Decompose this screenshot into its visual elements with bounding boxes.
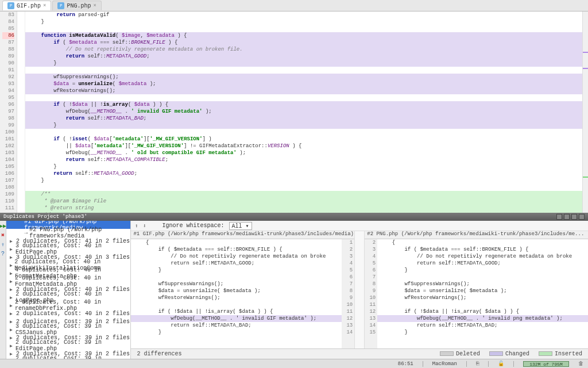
editor-scroll-marker-strip[interactable]: [582, 12, 588, 213]
panel-title: Duplicates Project 'phase3': [3, 214, 87, 220]
disclosure-triangle-icon[interactable]: ▶: [10, 279, 13, 284]
ignore-whitespace-label: Ignore whitespace:: [163, 223, 225, 229]
insert-mode-icon[interactable]: ⎘: [476, 361, 479, 367]
diff-legend: 2 differences Deleted Changed Inserted: [131, 348, 588, 359]
trash-icon[interactable]: 🗑: [578, 361, 583, 367]
diff-connector: [354, 231, 365, 348]
tab-label: PNG.php: [67, 3, 91, 9]
code-editor[interactable]: 8384858687888990919293949596979899100101…: [0, 12, 588, 213]
line-number-gutter[interactable]: 8384858687888990919293949596979899100101…: [0, 12, 17, 213]
export-icon[interactable]: ⇪: [0, 241, 6, 247]
legend-deleted-swatch: [440, 351, 454, 356]
diff-right-pane: #2 PNG.php (/Work/php frameworks/mediawi…: [365, 231, 588, 348]
disclosure-triangle-icon[interactable]: ▶: [10, 263, 13, 268]
memory-indicator[interactable]: 132M of 795M: [523, 361, 569, 367]
diff-right-header: #2 PNG.php (/Work/php frameworks/mediawi…: [365, 231, 588, 239]
disclosure-triangle-icon[interactable]: ▶: [10, 319, 14, 324]
panel-side-toolbar: ▶▶ ✖ ⇪ ?: [0, 221, 6, 359]
cancel-icon[interactable]: ✖: [0, 232, 6, 238]
lock-icon[interactable]: 🔓: [498, 361, 504, 367]
diff-right-code[interactable]: { if ( $metadata === self::BROKEN_FILE )…: [377, 239, 588, 348]
diff-left-pane: #1 GIF.php (/Work/php frameworks/mediawi…: [131, 231, 354, 348]
duplicate-group[interactable]: ▶2 duplicates, Cost: 39 in EditPage.php: [6, 342, 130, 350]
duplicate-group[interactable]: ▶2 duplicates, Cost: 40 in renameDbPrefi…: [6, 301, 130, 309]
tab-png-php[interactable]: P PNG.php ×: [52, 1, 101, 10]
help-icon[interactable]: ?: [0, 251, 6, 256]
disclosure-triangle-icon[interactable]: ▶: [10, 295, 14, 300]
file-encoding[interactable]: MacRoman: [432, 361, 457, 367]
disclosure-triangle-icon[interactable]: ▶: [10, 303, 13, 308]
tree-row-label: 2 duplicates, Cost: 40 in 2 files: [16, 310, 130, 317]
fold-column[interactable]: [17, 12, 25, 213]
disclosure-triangle-icon[interactable]: ▶: [10, 327, 14, 332]
diff-viewer: ⬆ ⬇ Ignore whitespace: All ▾ #1 GIF.php …: [131, 221, 588, 359]
disclosure-triangle-icon[interactable]: ▶: [10, 287, 14, 292]
close-icon[interactable]: ×: [93, 3, 96, 9]
disclosure-triangle-icon[interactable]: ▶: [10, 311, 14, 316]
editor-tab-bar: P GIF.php × P PNG.php ×: [0, 0, 588, 12]
duplicates-tree[interactable]: #1 GIF.php (/Work/php frameworks/mediaw …: [6, 221, 131, 359]
duplicates-panel-header: Duplicates Project 'phase3': [0, 213, 588, 221]
duplicate-group[interactable]: ▶2 duplicates, Cost: 40 in 2 files: [6, 309, 130, 317]
legend-changed-swatch: [489, 351, 503, 356]
disclosure-triangle-icon[interactable]: ▶: [10, 255, 14, 260]
duplicate-group[interactable]: ▶3 duplicates, Cost: 40 in EditPage.php: [6, 245, 130, 253]
status-bar: 86:51 MacRoman ⎘ 🔓 132M of 795M 🗑: [0, 359, 588, 368]
chevron-down-icon: ▾: [246, 223, 249, 229]
ignore-whitespace-select[interactable]: All ▾: [229, 222, 252, 230]
duplicate-group[interactable]: ▶2 duplicates, Cost: 39 in Profiler.php: [6, 358, 130, 359]
next-diff-icon[interactable]: ⬇: [143, 223, 146, 229]
diff-toolbar: ⬆ ⬇ Ignore whitespace: All ▾: [131, 221, 588, 231]
php-file-icon: P: [57, 2, 64, 9]
prev-diff-icon[interactable]: ⬆: [134, 223, 138, 229]
panel-settings-icon[interactable]: [556, 214, 562, 220]
panel-close-icon[interactable]: [579, 214, 585, 220]
tree-row-label: 2 duplicates, Cost: 39 in Profiler.php: [16, 355, 130, 359]
disclosure-triangle-icon[interactable]: ▶: [10, 351, 14, 356]
disclosure-triangle-icon[interactable]: ▶: [10, 335, 14, 340]
close-icon[interactable]: ×: [43, 3, 46, 9]
tab-gif-php[interactable]: P GIF.php ×: [2, 1, 51, 10]
legend-inserted-swatch: [539, 351, 552, 356]
disclosure-triangle-icon[interactable]: ▶: [10, 239, 14, 244]
diff-right-line-numbers: 23456789101112131415: [365, 239, 377, 348]
disclosure-triangle-icon[interactable]: ▶: [10, 343, 14, 348]
tab-label: GIF.php: [17, 3, 41, 9]
duplicate-group[interactable]: ▶3 duplicates, Cost: 39 in CSSJanus.php: [6, 325, 130, 334]
diff-count: 2 differences: [137, 351, 181, 357]
panel-minimize-icon[interactable]: [564, 214, 570, 220]
duplicates-panel: ▶▶ ✖ ⇪ ? #1 GIF.php (/Work/php framework…: [0, 221, 588, 359]
diff-left-code[interactable]: { if ( $metadata === self::BROKEN_FILE )…: [131, 239, 342, 348]
diff-left-header: #1 GIF.php (/Work/php frameworks/mediawi…: [131, 231, 354, 239]
duplicate-instance-2[interactable]: ⇢ #2 PNG.php (/Work/php frameworks/media: [6, 229, 130, 237]
cursor-position: 86:51: [398, 361, 413, 367]
code-body[interactable]: return parsed-gif } function isMetadataV…: [25, 12, 582, 213]
panel-restore-icon[interactable]: [571, 214, 577, 220]
disclosure-triangle-icon[interactable]: ▶: [10, 247, 14, 252]
run-icon[interactable]: ▶▶: [0, 223, 6, 229]
duplicate-group[interactable]: ▶2 duplicates, Cost: 40 in FormatMetadat…: [6, 277, 130, 285]
diff-left-line-numbers: 1234567891011121314: [342, 239, 354, 348]
disclosure-triangle-icon[interactable]: ▶: [10, 271, 13, 276]
php-file-icon: P: [7, 2, 14, 9]
